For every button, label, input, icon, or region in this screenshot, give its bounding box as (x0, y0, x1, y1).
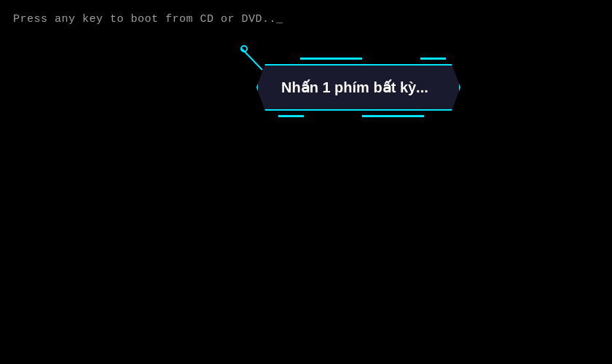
terminal-prompt: Press any key to boot from CD or DVD.._ (13, 13, 283, 25)
tooltip-box: Nhấn 1 phím bất kỳ... (256, 64, 460, 111)
accent-bottom-left (278, 115, 304, 117)
accent-top-right (420, 58, 446, 60)
accent-top-left (300, 58, 362, 60)
tooltip-container: Nhấn 1 phím bất kỳ... (256, 64, 460, 111)
tooltip-label: Nhấn 1 phím bất kỳ... (281, 79, 428, 95)
accent-bottom-right (362, 115, 424, 117)
